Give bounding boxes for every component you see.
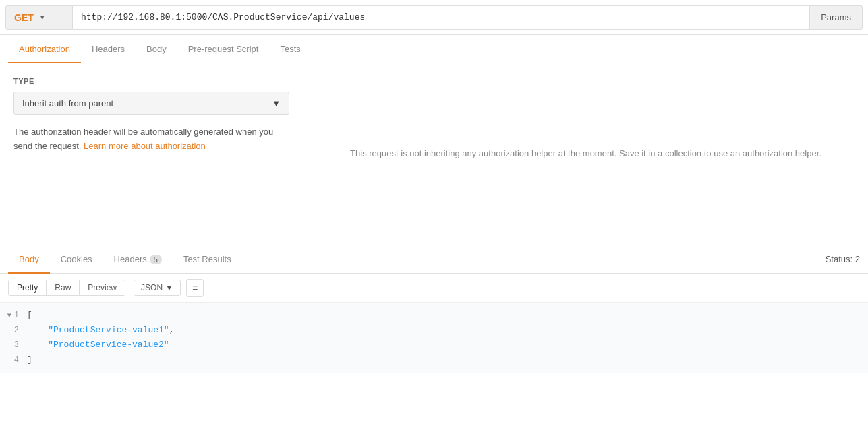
json-select-label: JSON [141, 283, 163, 293]
resp-tab-test-results-label: Test Results [183, 254, 231, 264]
code-line-1: ▼ 1 [ [0, 308, 868, 323]
type-select[interactable]: Inherit auth from parent ▼ [13, 92, 289, 115]
wrap-button[interactable]: ≡ [186, 279, 204, 297]
pretty-button[interactable]: Pretty [9, 280, 47, 295]
line-content-3: "ProductService-value2" [27, 338, 169, 352]
raw-button[interactable]: Raw [47, 280, 80, 295]
tab-authorization[interactable]: Authorization [8, 35, 81, 63]
tab-body[interactable]: Body [136, 35, 177, 63]
method-label: GET [14, 12, 34, 23]
line-content-1: [ [27, 308, 32, 323]
auth-info-text: This request is not inheriting any autho… [350, 146, 821, 161]
status-area: Status: 2 [826, 254, 860, 264]
code-val-1: "ProductService-value1" [48, 325, 169, 335]
request-body-area: TYPE Inherit auth from parent ▼ The auth… [0, 63, 868, 245]
tab-prerequest[interactable]: Pre-request Script [177, 35, 270, 63]
resp-tab-cookies-label: Cookies [61, 254, 92, 264]
line-content-4: ] [27, 352, 32, 367]
url-input[interactable] [73, 5, 810, 30]
auth-info-panel: This request is not inheriting any autho… [303, 63, 868, 245]
top-bar: GET ▼ Params [0, 0, 868, 35]
code-line-3: 3 "ProductService-value2" [0, 338, 868, 352]
line-content-2: "ProductService-value1", [27, 323, 174, 338]
code-line-2: 2 "ProductService-value1", [0, 323, 868, 338]
tab-tests[interactable]: Tests [269, 35, 311, 63]
resp-tab-test-results[interactable]: Test Results [173, 245, 242, 274]
params-button[interactable]: Params [810, 5, 863, 30]
auth-learn-more-link[interactable]: Learn more about authorization [84, 141, 206, 151]
tab-body-label: Body [146, 44, 167, 54]
resp-tab-headers-label: Headers [114, 254, 147, 264]
tab-headers-label: Headers [92, 44, 125, 54]
format-group: Pretty Raw Preview [8, 280, 125, 296]
tab-tests-label: Tests [280, 44, 300, 54]
line-num-4: 4 [0, 353, 27, 367]
method-chevron-icon: ▼ [39, 13, 46, 21]
tab-authorization-label: Authorization [19, 44, 70, 54]
request-tabs: Authorization Headers Body Pre-request S… [0, 35, 868, 63]
auth-panel: TYPE Inherit auth from parent ▼ The auth… [0, 63, 303, 245]
resp-tab-body-label: Body [19, 254, 39, 264]
response-tabs: Body Cookies Headers 5 Test Results Stat… [0, 245, 868, 274]
headers-badge: 5 [150, 255, 162, 264]
line-num-2: 2 [0, 324, 27, 337]
code-line-4: 4 ] [0, 352, 868, 367]
line-num-3: 3 [0, 338, 27, 352]
tab-headers[interactable]: Headers [81, 35, 136, 63]
json-select[interactable]: JSON ▼ [134, 280, 181, 296]
response-section: Body Cookies Headers 5 Test Results Stat… [0, 245, 868, 373]
status-value: 2 [855, 254, 860, 264]
resp-tab-body[interactable]: Body [8, 245, 50, 274]
line-num-1: ▼ 1 [0, 309, 27, 322]
resp-tab-headers[interactable]: Headers 5 [103, 245, 173, 274]
auth-description: The authorization header will be automat… [13, 125, 289, 154]
wrap-icon: ≡ [192, 282, 198, 293]
json-select-chevron-icon: ▼ [165, 283, 173, 293]
code-val-2: "ProductService-value2" [48, 340, 169, 350]
type-select-chevron-icon: ▼ [272, 98, 281, 109]
resp-tab-cookies[interactable]: Cookies [50, 245, 103, 274]
type-select-value: Inherit auth from parent [22, 98, 113, 109]
tab-prerequest-label: Pre-request Script [188, 44, 259, 54]
status-label: Status: [826, 254, 855, 264]
method-selector[interactable]: GET ▼ [5, 5, 73, 30]
format-toolbar: Pretty Raw Preview JSON ▼ ≡ [0, 274, 868, 303]
code-area: ▼ 1 [ 2 "ProductService-value1", 3 "Prod… [0, 303, 868, 373]
collapse-toggle-1[interactable]: ▼ [7, 310, 11, 321]
preview-button[interactable]: Preview [80, 280, 125, 295]
type-label: TYPE [13, 77, 289, 85]
